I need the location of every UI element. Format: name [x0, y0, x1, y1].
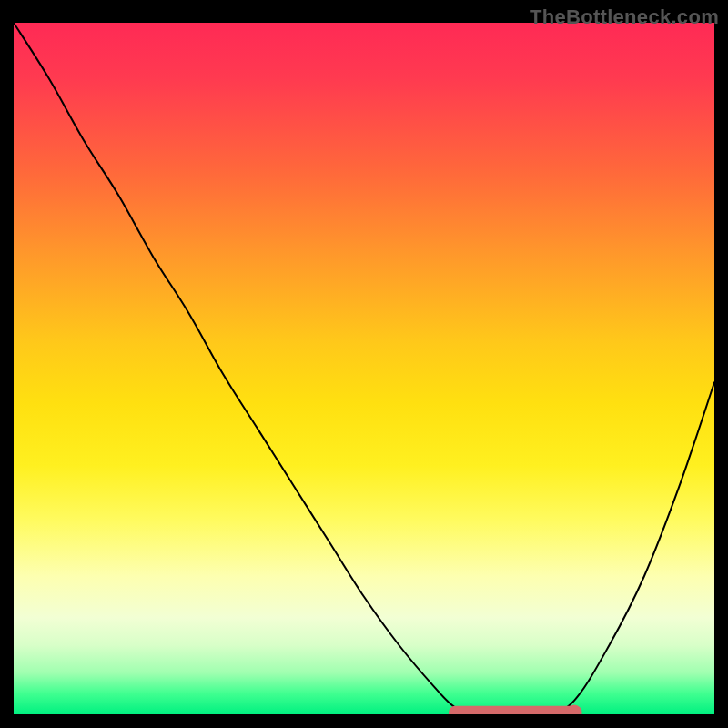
plot-area: [14, 23, 714, 714]
curve-group: [14, 23, 714, 714]
bottleneck-chart: TheBottleneck.com: [0, 0, 728, 728]
curve-svg: [14, 23, 714, 714]
watermark-text: TheBottleneck.com: [530, 5, 719, 29]
bottleneck-curve: [14, 23, 714, 714]
